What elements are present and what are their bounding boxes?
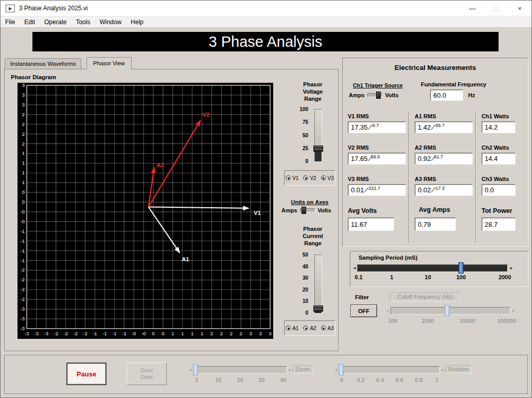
voltage-channel-radios: V1 V2 V3	[284, 170, 335, 186]
svg-text:-0: -0	[132, 331, 136, 336]
column-divider	[409, 111, 409, 243]
banner-title: 3 Phase Analysis	[209, 33, 323, 50]
close-button[interactable]: ×	[508, 1, 531, 16]
svg-text:-1: -1	[21, 238, 25, 244]
a2-rms-display: 0.92 ∕81.7	[415, 153, 473, 165]
menu-operate[interactable]: Operate	[40, 16, 71, 27]
cutoff-frequency-scale: 100100010000100000	[391, 318, 510, 324]
tot-power-display: 28.7	[482, 218, 516, 231]
svg-text:0: 0	[152, 331, 154, 336]
menu-edit[interactable]: Edit	[20, 16, 40, 27]
sampling-period-scale: 0.11101002000	[357, 274, 508, 281]
menu-help[interactable]: Help	[126, 16, 148, 27]
units-on-axes-toggle[interactable]: Amps Volts	[281, 207, 331, 213]
svg-text:-0: -0	[141, 331, 146, 336]
svg-text:-2: -2	[21, 286, 25, 292]
radio-v1[interactable]: V1	[286, 175, 298, 181]
trigger-toggle-handle[interactable]	[376, 92, 381, 99]
avg-amps-display: 0.79	[415, 218, 456, 231]
svg-text:-3: -3	[44, 331, 48, 336]
a3-rms-display: 0.02 ∕-17.3	[415, 184, 473, 196]
radio-dot-icon	[286, 175, 291, 180]
sampling-period-label: Sampling Period (mS)	[359, 255, 417, 261]
trigger-volts-label: Volts	[385, 92, 399, 98]
trigger-toggle-track[interactable]	[367, 93, 383, 97]
svg-text:-1: -1	[21, 228, 25, 234]
slider-right-arrow-icon[interactable]: ►	[509, 266, 513, 270]
trigger-source-toggle[interactable]: Amps Volts	[349, 92, 399, 98]
svg-text:-1: -1	[93, 331, 97, 336]
position-scale: 00.20.40.60.81	[339, 377, 440, 384]
sampling-period-handle[interactable]	[458, 262, 464, 274]
filter-off-button[interactable]: OFF	[350, 304, 377, 317]
svg-text:-3: -3	[34, 331, 39, 336]
svg-text:1: 1	[22, 160, 25, 166]
svg-text:2: 2	[240, 331, 242, 336]
svg-text:1: 1	[22, 150, 25, 156]
units-toggle-handle[interactable]	[302, 207, 306, 214]
current-range-scale: 50403020100	[292, 255, 308, 313]
measurements-title: Electrical Measurements	[343, 64, 528, 71]
current-channel-radios: A1 A2 A3	[284, 320, 335, 336]
position-label: Position	[445, 365, 472, 373]
menu-file[interactable]: File	[1, 16, 20, 27]
units-on-axes-label: Units on Axes	[284, 199, 335, 205]
tab-phasor-view[interactable]: Phasor View	[86, 57, 132, 69]
a3-rms-label: A3 RMS	[415, 176, 436, 182]
window-title: 3 Phase Analysis 2025.vi	[19, 5, 87, 12]
slider-left-arrow-icon: ◄	[334, 368, 338, 372]
svg-text:1: 1	[22, 179, 25, 185]
voltage-range-handle[interactable]	[313, 146, 323, 152]
radio-v3[interactable]: V3	[321, 175, 334, 181]
position-handle	[339, 364, 344, 375]
svg-text:-2: -2	[63, 331, 67, 336]
slider-left-arrow-icon[interactable]: ◄	[352, 266, 357, 270]
v3-rms-label: V3 RMS	[348, 176, 369, 182]
banner: 3 Phase Analysis	[32, 32, 499, 51]
cutoff-frequency-handle	[445, 305, 450, 316]
svg-text:1: 1	[171, 331, 174, 336]
units-volts-label: Volts	[318, 207, 331, 213]
menu-tools[interactable]: Tools	[71, 16, 95, 27]
voltage-range-slider[interactable]	[314, 109, 322, 162]
svg-text:-2: -2	[83, 331, 87, 336]
radio-a3[interactable]: A3	[321, 325, 334, 331]
current-range-slider[interactable]	[314, 255, 322, 314]
a1-rms-label: A1 RMS	[415, 113, 436, 119]
sampling-period-slider[interactable]	[357, 264, 508, 272]
slider-right-arrow-icon: ►	[511, 309, 516, 313]
current-range-handle[interactable]	[313, 305, 323, 312]
slider-left-arrow-icon: ◄	[188, 368, 192, 372]
units-toggle-track[interactable]	[300, 208, 315, 212]
radio-a2[interactable]: A2	[303, 325, 316, 331]
svg-text:-1: -1	[122, 331, 126, 336]
radio-a1[interactable]: A1	[286, 325, 298, 331]
menu-window[interactable]: Window	[95, 16, 126, 27]
titlebar: ▶ 3 Phase Analysis 2025.vi — □ ×	[1, 1, 531, 16]
svg-text:-2: -2	[73, 331, 77, 336]
phasor-voltage-range-label: Phasor Voltage Range	[287, 81, 339, 102]
radio-dot-icon	[303, 325, 308, 331]
v3-rms-display: 0.01 ∕-221.7	[348, 184, 406, 196]
radio-dot-icon	[303, 175, 308, 180]
phasor-view-page: Phasor Diagram -33-33-33-22-22-22-22-11-…	[4, 69, 339, 351]
svg-text:V1: V1	[254, 210, 260, 216]
svg-text:1: 1	[191, 331, 193, 336]
svg-text:-2: -2	[21, 277, 25, 282]
maximize-button[interactable]: □	[484, 1, 508, 16]
column-divider	[475, 111, 476, 243]
svg-text:-2: -2	[21, 296, 25, 302]
minimize-button[interactable]: —	[460, 1, 484, 16]
phasor-current-range-label: Phasor Current Range	[287, 225, 339, 247]
save-data-button: Save Data	[127, 363, 167, 385]
labview-vi-icon: ▶	[6, 5, 15, 12]
fundamental-frequency-input[interactable]: 60.0	[430, 89, 463, 101]
svg-text:-3: -3	[25, 331, 29, 336]
pause-button[interactable]: Pause	[66, 363, 107, 385]
svg-text:-3: -3	[21, 325, 25, 331]
v2-rms-display: 17.65 ∕59.0	[348, 153, 406, 165]
radio-dot-icon	[321, 325, 326, 331]
svg-text:2: 2	[22, 112, 25, 117]
radio-v2[interactable]: V2	[303, 175, 316, 181]
tab-instantaneous-waveforms[interactable]: Instantaneous Waveforms	[5, 58, 81, 69]
